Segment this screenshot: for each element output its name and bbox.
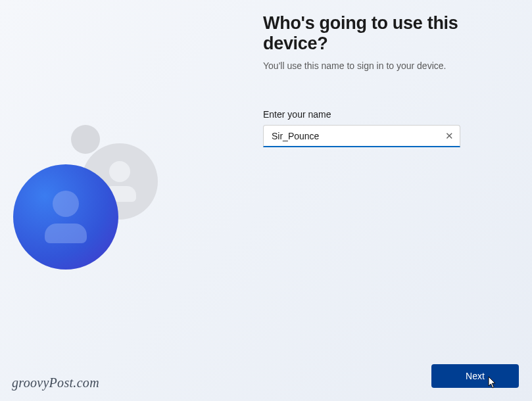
watermark-text: groovyPost.com	[12, 375, 99, 390]
avatar-blue-icon	[13, 164, 118, 270]
page-subtitle: You'll use this name to sign in to your …	[263, 60, 493, 71]
name-input[interactable]	[263, 125, 460, 147]
next-button[interactable]: Next	[431, 364, 519, 388]
close-icon: ✕	[445, 130, 454, 142]
page-title: Who's going to use this device?	[263, 13, 493, 54]
decorative-circle	[71, 125, 100, 154]
user-illustration	[13, 125, 171, 283]
clear-input-button[interactable]: ✕	[443, 130, 455, 142]
name-field-label: Enter your name	[263, 109, 493, 120]
